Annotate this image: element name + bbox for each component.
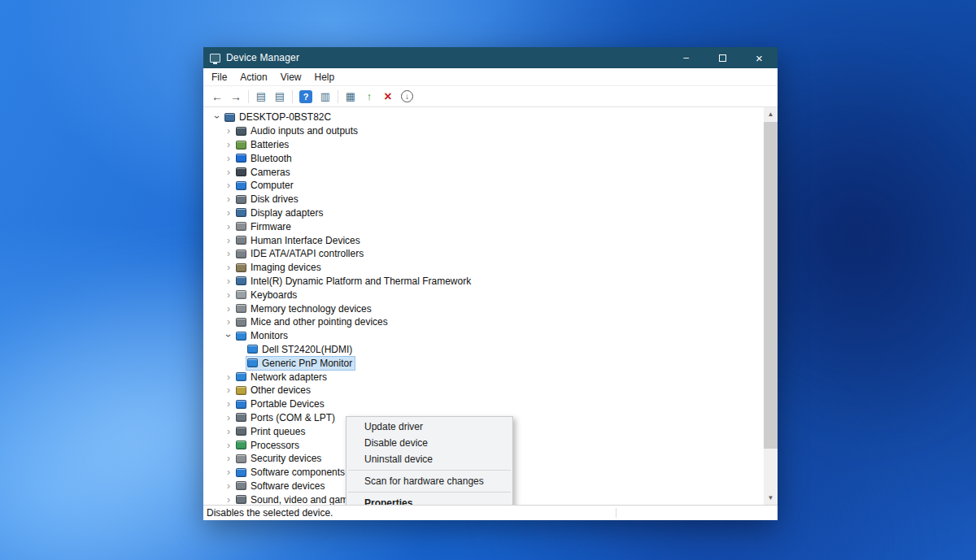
tree-item-body[interactable]: Network adapters (234, 370, 330, 384)
title-bar[interactable]: Device Manager – × (203, 47, 778, 68)
expand-chevron-icon[interactable]: › (223, 398, 234, 410)
expand-chevron-icon[interactable]: › (223, 371, 234, 383)
tree-item-body[interactable]: Batteries (234, 137, 292, 152)
tree-item-body[interactable]: Ports (COM & LPT) (234, 410, 338, 425)
expand-chevron-icon[interactable]: › (223, 153, 234, 164)
expand-chevron-icon[interactable]: › (223, 289, 234, 301)
tree-item[interactable]: ›Mice and other pointing devices (203, 315, 764, 329)
tree-item-body[interactable]: IDE ATA/ATAPI controllers (234, 246, 367, 261)
tree-item[interactable]: ›Imaging devices (203, 261, 764, 275)
tree-item[interactable]: ›Intel(R) Dynamic Platform and Thermal F… (203, 275, 764, 289)
back-icon[interactable]: ← (208, 88, 226, 105)
menu-action[interactable]: Action (233, 68, 273, 85)
tree-item[interactable]: ›Generic PnP Monitor (203, 356, 764, 370)
show-console-tree-icon[interactable]: ▤ (252, 88, 270, 105)
expand-chevron-icon[interactable]: › (223, 180, 234, 191)
scroll-up-icon[interactable]: ▲ (764, 107, 778, 121)
tree-item-body[interactable]: Bluetooth (234, 151, 295, 166)
tree-item-body[interactable]: Computer (234, 178, 297, 193)
expand-chevron-icon[interactable]: › (223, 303, 234, 315)
expand-chevron-icon[interactable]: › (223, 467, 234, 478)
tree-item-body[interactable]: Disk drives (234, 192, 302, 206)
tree-item-body[interactable]: Memory technology devices (234, 302, 375, 316)
expand-chevron-icon[interactable]: › (223, 316, 234, 328)
tree-item-body[interactable]: Portable Devices (234, 397, 328, 411)
forward-icon[interactable]: → (227, 88, 245, 105)
tree-item-body[interactable]: Software components (234, 465, 348, 480)
tree-root[interactable]: ›DESKTOP-0BST82C (203, 111, 764, 124)
properties-icon[interactable]: ▤ (271, 88, 289, 105)
tree-item[interactable]: ›Monitors (203, 329, 764, 343)
expand-chevron-icon[interactable]: › (223, 167, 234, 178)
tree-item-body[interactable]: Intel(R) Dynamic Platform and Thermal Fr… (234, 274, 474, 289)
context-menu-uninstall-device[interactable]: Uninstall device (346, 451, 512, 467)
expand-chevron-icon[interactable]: › (223, 207, 234, 219)
context-menu-disable-device[interactable]: Disable device (346, 435, 512, 451)
scrollbar-thumb[interactable] (764, 122, 778, 449)
expand-chevron-icon[interactable]: › (223, 125, 234, 137)
vertical-scrollbar[interactable]: ▲ ▼ (764, 107, 778, 505)
close-button[interactable]: × (741, 47, 778, 68)
selected-tree-item[interactable]: Generic PnP Monitor (246, 356, 355, 371)
expand-chevron-icon[interactable]: › (223, 426, 234, 437)
tree-item[interactable]: ›Memory technology devices (203, 302, 764, 315)
tree-item[interactable]: ›Dell ST2420L(HDMI) (203, 343, 764, 357)
tree-item-body[interactable]: Human Interface Devices (234, 233, 364, 248)
tree-item[interactable]: ›Cameras (203, 165, 764, 179)
tree-item-body[interactable]: Dell ST2420L(HDMI) (246, 342, 355, 357)
tree-item[interactable]: ›Bluetooth (203, 151, 764, 165)
menu-file[interactable]: File (205, 68, 233, 85)
tree-item[interactable]: ›Human Interface Devices (203, 233, 764, 247)
tree-item[interactable]: ›Keyboards (203, 288, 764, 302)
tree-item[interactable]: ›Disk drives (203, 193, 764, 206)
tree-item[interactable]: ›Batteries (203, 138, 764, 152)
collapse-chevron-icon[interactable]: › (211, 111, 223, 123)
expand-chevron-icon[interactable]: › (223, 221, 234, 232)
update-driver-icon[interactable]: ↑ (360, 88, 378, 105)
expand-chevron-icon[interactable]: › (223, 412, 234, 423)
tree-item[interactable]: ›Computer (203, 179, 764, 193)
expand-chevron-icon[interactable]: › (223, 494, 234, 505)
scan-hardware-changes-icon[interactable]: ▦ (342, 88, 359, 105)
expand-chevron-icon[interactable]: › (223, 480, 234, 492)
expand-chevron-icon[interactable]: › (223, 453, 234, 464)
tree-item[interactable]: ›IDE ATA/ATAPI controllers (203, 247, 764, 261)
tree-item-body[interactable]: Audio inputs and outputs (234, 124, 361, 138)
tree-item[interactable]: ›Display adapters (203, 206, 764, 220)
tree-item-body[interactable]: Mice and other pointing devices (234, 315, 391, 329)
tree-item[interactable]: ›Audio inputs and outputs (203, 124, 764, 138)
tree-item[interactable]: ›Firmware (203, 219, 764, 233)
expand-chevron-icon[interactable]: › (223, 235, 234, 246)
expand-chevron-icon[interactable]: › (223, 193, 234, 205)
tree-item-body[interactable]: Imaging devices (234, 260, 325, 275)
disable-device-icon[interactable]: ↓ (401, 90, 413, 102)
expand-chevron-icon[interactable]: › (223, 440, 234, 451)
tree-item-body[interactable]: Processors (234, 438, 303, 453)
tree-item-body[interactable]: Firmware (234, 219, 294, 234)
expand-chevron-icon[interactable]: › (223, 262, 234, 273)
tree-item-body[interactable]: Keyboards (234, 288, 300, 302)
tree-item-body[interactable]: Monitors (234, 328, 291, 343)
tree-item-body[interactable]: Security devices (234, 451, 325, 466)
expand-chevron-icon[interactable]: › (223, 276, 234, 287)
context-menu-scan-for-hardware-changes[interactable]: Scan for hardware changes (346, 473, 512, 489)
collapse-chevron-icon[interactable]: › (223, 330, 234, 341)
tree-item-body[interactable]: Software devices (234, 479, 328, 493)
tree-item-body[interactable]: Print queues (234, 424, 308, 439)
minimize-button[interactable]: – (668, 47, 704, 68)
tree-item[interactable]: ›Network adapters (203, 370, 764, 384)
expand-chevron-icon[interactable]: › (223, 139, 234, 150)
expand-chevron-icon[interactable]: › (223, 384, 234, 396)
tree-item-body[interactable]: Cameras (234, 165, 294, 180)
expand-chevron-icon[interactable]: › (223, 248, 234, 259)
tree-item-body[interactable]: Other devices (234, 383, 314, 397)
tree-item-body[interactable]: DESKTOP-0BST82C (223, 110, 334, 124)
help-icon[interactable]: ? (299, 90, 312, 103)
menu-help[interactable]: Help (308, 68, 342, 85)
devices-by-type-icon[interactable]: ▥ (316, 88, 334, 105)
uninstall-device-icon[interactable]: × (379, 88, 397, 105)
tree-item[interactable]: ›Other devices (203, 384, 764, 397)
scroll-down-icon[interactable]: ▼ (764, 491, 778, 505)
tree-item[interactable]: ›Portable Devices (203, 397, 764, 411)
context-menu-update-driver[interactable]: Update driver (346, 419, 512, 435)
